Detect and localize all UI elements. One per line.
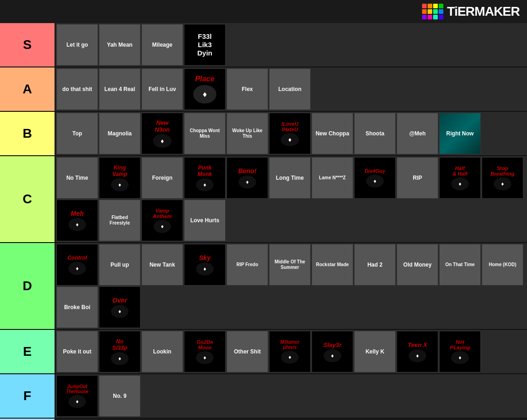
tier-label-d: D [0, 243, 55, 329]
list-item[interactable]: Slay3r ♦ [312, 331, 353, 372]
list-item[interactable]: Lean 4 Real [99, 68, 141, 110]
list-item[interactable]: New Tank [141, 244, 183, 286]
list-item[interactable]: Let it go [56, 24, 98, 66]
list-item[interactable]: Broke Boi [56, 286, 98, 328]
logo-cell [433, 4, 438, 8]
logo-grid-icon [422, 4, 443, 19]
logo-cell [428, 9, 432, 14]
tiermaker-logo-text: TiERMAKER [447, 4, 520, 19]
list-item[interactable]: Location [269, 68, 311, 110]
list-item[interactable]: Fell in Luv [141, 68, 183, 110]
list-item[interactable]: @Meh [397, 113, 438, 154]
tier-row-d: D Control ♦ Pull up New Tank Sky ♦ RIP F… [0, 243, 527, 330]
list-item[interactable]: Sky ♦ [184, 244, 226, 286]
list-item[interactable]: Woke Up Like This [227, 113, 268, 154]
tier-content-f: JumpOutTheHouse ♦ No. 9 [55, 374, 527, 418]
header: TiERMAKER [0, 0, 527, 23]
logo-cell [428, 4, 432, 8]
list-item[interactable]: Pull up [99, 244, 141, 286]
tiermaker-logo: TiERMAKER [422, 4, 520, 19]
tier-label-a: A [0, 67, 55, 111]
logo-cell [439, 9, 443, 14]
tier-row-e: E Poke it out NoSl33p ♦ Lookin Go2DaMoon… [0, 330, 527, 374]
list-item[interactable]: PunkMonk ♦ [184, 157, 226, 199]
tier-content-a: do that shit Lean 4 Real Fell in Luv Pla… [55, 67, 527, 111]
logo-cell [439, 15, 443, 19]
tier-label-b: B [0, 112, 55, 155]
list-item[interactable]: RIP [397, 157, 438, 199]
list-item[interactable]: Flatbed Freestyle [99, 200, 141, 241]
tier-row-b: B Top Magnolia NewN3on ♦ Choppa Wont Mis… [0, 112, 527, 156]
logo-cell [433, 9, 438, 14]
list-item[interactable]: Half& Half ♦ [439, 157, 481, 199]
tier-label-s: S [0, 23, 55, 67]
list-item[interactable]: No Time [56, 157, 98, 199]
list-item[interactable]: Top [56, 113, 98, 154]
logo-cell [422, 15, 427, 19]
list-item[interactable]: Long Time [269, 157, 311, 199]
logo-cell [422, 4, 427, 8]
tier-row-f: F JumpOutTheHouse ♦ No. 9 [0, 374, 527, 419]
list-item[interactable]: Magnolia [99, 113, 141, 154]
logo-cell [439, 4, 443, 8]
list-item[interactable]: Place ♦ [184, 68, 226, 110]
tier-label-e: E [0, 330, 55, 373]
list-item[interactable]: M3tamorphisis ♦ [269, 331, 311, 372]
list-item[interactable]: ILoveUIHateU ♦ [269, 113, 311, 154]
list-item[interactable]: Middle Of The Summer [269, 244, 311, 286]
list-item[interactable]: Other Shit [227, 331, 268, 372]
tier-list: S Let it go Yah Mean Mileage F33lLik3Dyi… [0, 23, 527, 420]
list-item[interactable]: StopBreathing ♦ [482, 157, 523, 199]
list-item[interactable]: KingVamp ♦ [99, 157, 141, 199]
tier-row-a: A do that shit Lean 4 Real Fell in Luv P… [0, 67, 527, 112]
list-item[interactable]: Flex [227, 68, 268, 110]
logo-cell [433, 15, 438, 19]
list-item[interactable]: RIP Fredo [227, 244, 268, 286]
tier-content-e: Poke it out NoSl33p ♦ Lookin Go2DaMoon ♦… [55, 330, 527, 373]
logo-cell [422, 9, 427, 14]
tier-row-s: S Let it go Yah Mean Mileage F33lLik3Dyi… [0, 23, 527, 67]
list-item[interactable]: Rockstar Made [312, 244, 353, 286]
list-item[interactable]: Had 2 [354, 244, 396, 286]
list-item[interactable]: JumpOutTheHouse ♦ [56, 375, 98, 417]
list-item[interactable]: Die4Guy ♦ [354, 157, 396, 199]
list-item[interactable]: Old Money [397, 244, 438, 286]
list-item[interactable]: VampAnthem ♦ [141, 200, 183, 241]
list-item[interactable]: NoSl33p ♦ [99, 331, 141, 372]
list-item[interactable]: On That Time [439, 244, 481, 286]
tier-label-f: F [0, 374, 55, 418]
list-item[interactable]: Yah Mean [99, 24, 141, 66]
list-item[interactable]: Foreign [141, 157, 183, 199]
list-item[interactable]: No. 9 [99, 375, 141, 417]
list-item[interactable]: Right Now [439, 113, 481, 154]
list-item[interactable]: Kelly K [354, 331, 396, 372]
list-item[interactable]: Teen X ♦ [397, 331, 438, 372]
list-item[interactable]: New Choppa [312, 113, 353, 154]
list-item[interactable]: do that shit [56, 68, 98, 110]
list-item[interactable]: Shoota [354, 113, 396, 154]
list-item[interactable]: Love Hurts [184, 200, 226, 241]
list-item[interactable]: NewN3on ♦ [141, 113, 183, 154]
list-item[interactable]: Beno! ♦ [227, 157, 268, 199]
tier-row-c: C No Time KingVamp ♦ Foreign PunkMonk ♦ … [0, 156, 527, 243]
list-item[interactable]: Choppa Wont Miss [184, 113, 226, 154]
list-item[interactable]: Over ♦ [99, 286, 141, 328]
tier-content-d: Control ♦ Pull up New Tank Sky ♦ RIP Fre… [55, 243, 527, 329]
list-item[interactable]: Mileage [141, 24, 183, 66]
logo-cell [428, 15, 432, 19]
list-item[interactable]: F33lLik3Dyin [184, 24, 226, 66]
tier-label-c: C [0, 156, 55, 242]
list-item[interactable]: Lookin [141, 331, 183, 372]
tier-content-s: Let it go Yah Mean Mileage F33lLik3Dyin [55, 23, 527, 67]
tier-content-c: No Time KingVamp ♦ Foreign PunkMonk ♦ Be… [55, 156, 527, 242]
list-item[interactable]: Lame N****Z [312, 157, 353, 199]
list-item[interactable]: Home (KOD) [482, 244, 523, 286]
list-item[interactable]: Control ♦ [56, 244, 98, 286]
list-item[interactable]: Meh ♦ [56, 200, 98, 241]
list-item[interactable]: Poke it out [56, 331, 98, 372]
list-item[interactable]: Go2DaMoon ♦ [184, 331, 226, 372]
tier-content-b: Top Magnolia NewN3on ♦ Choppa Wont Miss … [55, 112, 527, 155]
list-item[interactable]: NotPLaying ♦ [439, 331, 481, 372]
